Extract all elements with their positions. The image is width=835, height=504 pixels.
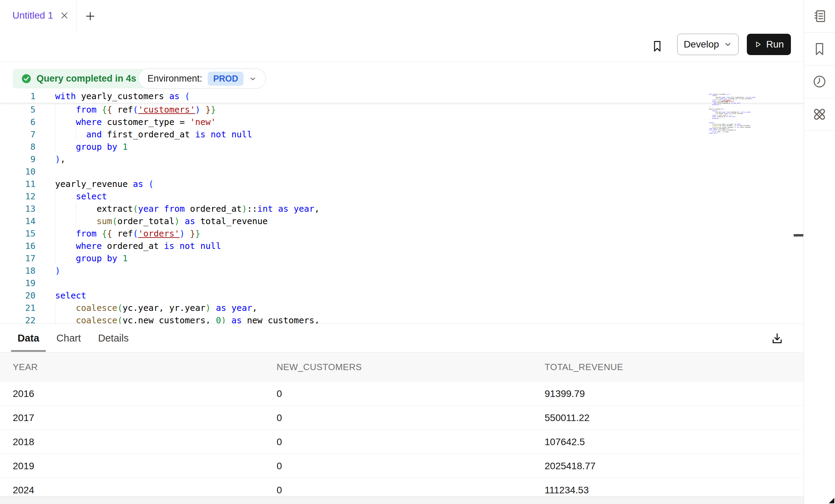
sidebar-button-history[interactable] — [812, 74, 827, 89]
chevron-down-icon — [724, 40, 732, 49]
editor-scrollbar-thumb[interactable] — [794, 234, 803, 237]
line-number: 13 — [0, 203, 35, 215]
table-cell: 2017 — [13, 412, 34, 423]
line-number: 21 — [0, 302, 35, 314]
table-cell: 2024 — [13, 485, 34, 496]
code-line[interactable]: 8 group by 1 — [0, 141, 804, 153]
environment-selector[interactable]: Environment: PROD — [138, 69, 266, 89]
table-cell: 111234.53 — [545, 485, 589, 496]
results-panel: DataChartDetails YEARNEW_CUSTOMERSTOTAL_… — [0, 324, 804, 504]
code-line[interactable]: 1with yearly_customers as ( — [0, 90, 804, 103]
table-header-row: YEARNEW_CUSTOMERSTOTAL_REVENUE — [0, 352, 804, 381]
sidebar-button-bookmarks[interactable] — [812, 41, 827, 56]
code-line[interactable]: 19 — [0, 277, 804, 290]
editor-lines[interactable]: 5 from {{ ref('customers') }}6 where cus… — [0, 104, 804, 324]
close-tab-icon[interactable] — [60, 11, 69, 20]
code-line[interactable]: 21 coalesce(yc.year, yr.year) as year, — [0, 302, 804, 314]
environment-value-badge: PROD — [208, 72, 244, 86]
table-cell: 0 — [277, 412, 282, 423]
sidebar-button-dbt[interactable] — [812, 106, 827, 122]
check-circle-icon — [21, 73, 32, 84]
code-line[interactable]: 11yearly_revenue as ( — [0, 178, 804, 190]
table-row: 2016091399.79 — [0, 382, 804, 406]
line-number: 17 — [0, 252, 35, 265]
line-number: 20 — [0, 290, 35, 302]
code-line[interactable]: 18) — [0, 265, 804, 277]
line-number: 12 — [0, 190, 35, 203]
table-cell: 2025418.77 — [545, 461, 596, 472]
results-tab-details[interactable]: Details — [90, 324, 137, 352]
results-tabs: DataChartDetails — [0, 324, 137, 352]
code-line[interactable]: 15 from {{ ref('orders') }} — [0, 228, 804, 240]
code-line[interactable]: 7 and first_ordered_at is not null — [0, 128, 804, 141]
sidebar-button-notebook[interactable] — [812, 9, 827, 24]
table-cell: 0 — [277, 388, 282, 399]
line-number: 22 — [0, 314, 35, 324]
dbt-ide-window: Untitled 1 Develop Run Query completed i… — [0, 0, 835, 504]
table-cell: 2016 — [13, 388, 34, 399]
table-row: 20170550011.22 — [0, 406, 804, 430]
results-tab-chart[interactable]: Chart — [48, 324, 90, 352]
table-cell: 0 — [277, 437, 282, 448]
line-number: 6 — [0, 116, 35, 128]
code-line[interactable]: 20select — [0, 290, 804, 302]
line-number: 16 — [0, 240, 35, 252]
line-number: 14 — [0, 215, 35, 228]
line-number: 10 — [0, 166, 35, 178]
sql-editor[interactable]: 1with yearly_customers as ( 5 from {{ re… — [0, 90, 804, 324]
develop-dropdown-button[interactable]: Develop — [677, 34, 739, 55]
play-icon — [754, 40, 762, 49]
history-clock-icon — [812, 74, 827, 89]
environment-label: Environment: — [147, 73, 202, 84]
new-tab-button[interactable] — [82, 8, 99, 24]
line-number: 19 — [0, 277, 35, 290]
line-number: 1 — [0, 90, 35, 103]
column-header: YEAR — [13, 361, 38, 372]
develop-label: Develop — [684, 39, 719, 50]
horizontal-scrollbar[interactable] — [0, 496, 804, 504]
code-line[interactable]: 16 where ordered_at is not null — [0, 240, 804, 252]
line-number: 7 — [0, 128, 35, 141]
bookmark-icon — [812, 41, 827, 56]
column-header: TOTAL_REVENUE — [545, 361, 623, 372]
notebook-icon — [812, 9, 827, 24]
code-line[interactable]: 17 group by 1 — [0, 252, 804, 265]
sticky-line[interactable]: 1with yearly_customers as ( — [0, 90, 804, 103]
line-number: 11 — [0, 178, 35, 190]
run-label: Run — [766, 39, 784, 50]
table-cell: 2018 — [13, 437, 34, 448]
code-line[interactable]: 13 extract(year from ordered_at)::int as… — [0, 203, 804, 215]
download-results-button[interactable] — [768, 329, 786, 347]
line-number: 8 — [0, 141, 35, 153]
editor-minimap[interactable]: with yearly_customers as ( select extrac… — [709, 94, 757, 134]
table-row: 20180107642.5 — [0, 430, 804, 454]
table-row: 201902025418.77 — [0, 454, 804, 478]
tab-untitled-1[interactable]: Untitled 1 — [0, 0, 76, 31]
dbt-logo-icon — [812, 106, 827, 122]
run-button[interactable]: Run — [747, 34, 791, 55]
table-cell: 91399.79 — [545, 388, 585, 399]
chevron-down-icon — [249, 75, 257, 83]
code-line[interactable]: 14 sum(order_total) as total_revenue — [0, 215, 804, 228]
minimap-line: order by 1 — [709, 133, 757, 134]
resize-grip-icon[interactable] — [829, 498, 834, 503]
table-cell: 0 — [277, 461, 282, 472]
query-status-badge: Query completed in 4s — [13, 69, 145, 88]
tab-title: Untitled 1 — [12, 10, 53, 21]
table-cell: 550011.22 — [545, 412, 589, 423]
bookmark-button[interactable] — [649, 38, 666, 54]
bookmark-icon — [651, 40, 664, 53]
column-header: NEW_CUSTOMERS — [277, 361, 362, 372]
table-body: 2016091399.7920170550011.2220180107642.5… — [0, 382, 804, 496]
code-line[interactable]: 9), — [0, 153, 804, 166]
code-line[interactable]: 5 from {{ ref('customers') }} — [0, 104, 804, 116]
table-cell: 2019 — [13, 461, 34, 472]
results-tab-data[interactable]: Data — [9, 324, 48, 352]
code-line[interactable]: 6 where customer_type = 'new' — [0, 116, 804, 128]
code-line[interactable]: 12 select — [0, 190, 804, 203]
code-line[interactable]: 22 coalesce(yc.new_customers, 0) as new_… — [0, 314, 804, 324]
tab-bar: Untitled 1 — [0, 0, 804, 31]
right-sidebar — [804, 0, 835, 504]
code-line[interactable]: 10 — [0, 166, 804, 178]
line-number: 5 — [0, 104, 35, 116]
